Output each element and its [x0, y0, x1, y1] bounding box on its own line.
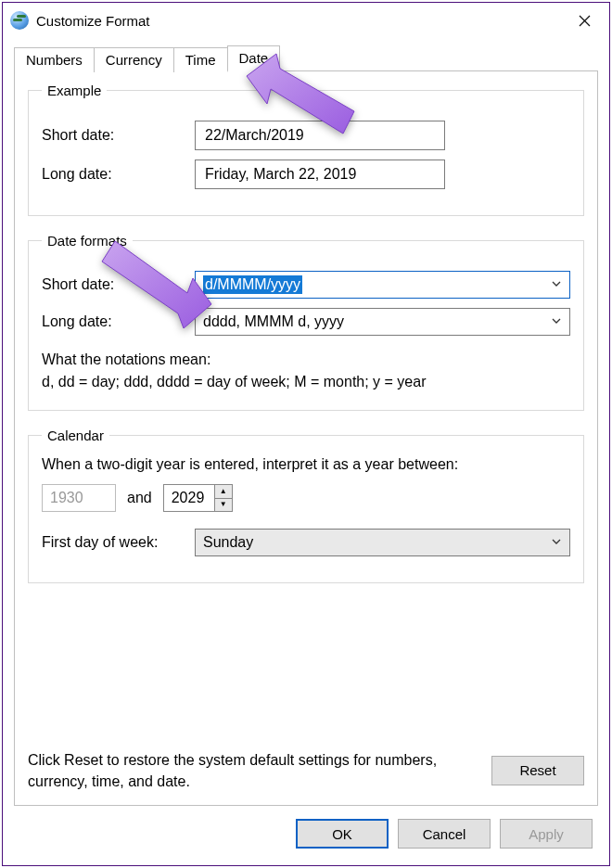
reset-button[interactable]: Reset [491, 756, 584, 785]
date-formats-legend: Date formats [42, 233, 133, 249]
short-date-format-value: d/MMMM/yyyy [203, 275, 302, 294]
example-group: Example Short date: 22/March/2019 Long d… [28, 83, 584, 216]
spinner-down-button[interactable]: ▼ [215, 499, 232, 512]
chevron-down-icon [551, 276, 562, 293]
long-date-format-value: dddd, MMMM d, yyyy [203, 313, 344, 330]
long-date-format-label: Long date: [42, 313, 195, 330]
short-date-format-label: Short date: [42, 276, 195, 293]
year-to-spinner[interactable]: 2029 ▲ ▼ [163, 484, 233, 512]
year-from-field: 1930 [42, 484, 116, 512]
tab-time[interactable]: Time [173, 47, 228, 72]
apply-button[interactable]: Apply [500, 819, 593, 849]
and-label: and [127, 490, 152, 506]
titlebar: Customize Format [3, 3, 609, 38]
example-short-date-label: Short date: [42, 127, 195, 144]
calendar-legend: Calendar [42, 428, 109, 443]
first-day-label: First day of week: [42, 534, 195, 551]
example-long-date-label: Long date: [42, 166, 195, 183]
year-to-value: 2029 [163, 484, 215, 512]
two-digit-year-text: When a two-digit year is entered, interp… [42, 456, 570, 473]
first-day-combo[interactable]: Sunday [195, 529, 570, 556]
tab-numbers[interactable]: Numbers [14, 47, 95, 72]
cancel-button[interactable]: Cancel [398, 819, 491, 849]
tab-currency[interactable]: Currency [94, 47, 174, 72]
ok-button[interactable]: OK [296, 819, 389, 849]
example-short-date-value: 22/March/2019 [195, 121, 445, 150]
window-title: Customize Format [36, 13, 563, 29]
example-legend: Example [42, 83, 107, 98]
calendar-group: Calendar When a two-digit year is entere… [28, 428, 584, 583]
customize-format-dialog: Customize Format Numbers Currency Time D… [2, 2, 610, 866]
chevron-down-icon [551, 313, 562, 330]
date-tab-panel: Example Short date: 22/March/2019 Long d… [14, 71, 598, 806]
spinner-up-button[interactable]: ▲ [215, 485, 232, 499]
tab-date[interactable]: Date [227, 45, 281, 72]
notation-heading: What the notations mean: [42, 349, 570, 371]
reset-description: Click Reset to restore the system defaul… [28, 749, 473, 792]
short-date-format-combo[interactable]: d/MMMM/yyyy [195, 271, 570, 299]
dialog-buttons: OK Cancel Apply [14, 806, 598, 852]
close-icon [579, 15, 591, 27]
date-formats-group: Date formats Short date: d/MMMM/yyyy Lon… [28, 233, 584, 411]
tabstrip: Numbers Currency Time Date [14, 44, 598, 71]
notation-body: d, dd = day; ddd, dddd = day of week; M … [42, 371, 570, 393]
region-globe-icon [10, 11, 29, 30]
close-button[interactable] [563, 6, 606, 34]
chevron-down-icon [551, 534, 562, 551]
first-day-value: Sunday [203, 534, 253, 551]
long-date-format-combo[interactable]: dddd, MMMM d, yyyy [195, 308, 570, 336]
example-long-date-value: Friday, March 22, 2019 [195, 160, 445, 189]
